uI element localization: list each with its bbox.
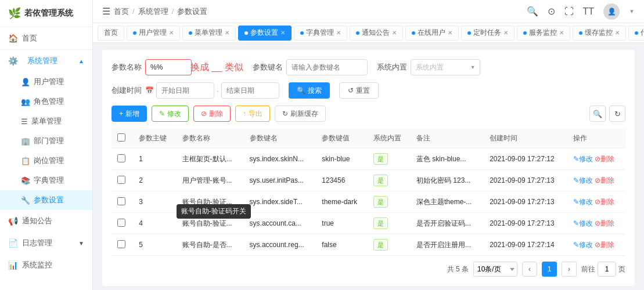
- edit-link-5[interactable]: ✎修改: [573, 241, 593, 249]
- tab-scheduled-task[interactable]: 定时任务 ✕: [461, 26, 515, 41]
- param-key-input[interactable]: [286, 59, 368, 75]
- tab-notice[interactable]: 通知公告 ✕: [350, 26, 403, 41]
- date-end-input[interactable]: [221, 82, 279, 99]
- row-checkbox-2[interactable]: [117, 176, 125, 184]
- tab-online-user-label: 在线用户: [418, 28, 445, 38]
- tab-user-manage-close[interactable]: ✕: [169, 30, 174, 36]
- tab-dict-manage[interactable]: 字典管理 ✕: [294, 26, 347, 41]
- add-icon: +: [119, 110, 123, 118]
- edit-button[interactable]: ✎ 修改: [152, 106, 189, 122]
- tab-online-user[interactable]: 在线用户 ✕: [405, 26, 459, 41]
- page-1-button[interactable]: 1: [542, 262, 557, 277]
- delete-link-1[interactable]: ⊘删除: [595, 155, 614, 163]
- search-button[interactable]: 🔍 搜索: [289, 82, 330, 99]
- tab-param-settings-close[interactable]: ✕: [280, 30, 285, 36]
- tab-service-monitor-close[interactable]: ✕: [559, 30, 564, 36]
- delete-link-2[interactable]: ⊘删除: [595, 176, 614, 184]
- param-key-label: 参数键名: [253, 62, 283, 72]
- sys-content-select[interactable]: 系统内置 是 否: [411, 59, 480, 75]
- page-size-select[interactable]: 10条/页 20条/页 50条/页 100条/页: [473, 262, 517, 277]
- sidebar-group-sys[interactable]: ⚙️ 系统管理 ▲: [0, 50, 92, 72]
- delete-icon: ⊘: [201, 110, 207, 118]
- tab-service-monitor[interactable]: 服务监控 ✕: [517, 26, 570, 41]
- export-button[interactable]: ↑ 导出: [235, 106, 270, 122]
- delete-link-3[interactable]: ⊘删除: [595, 198, 614, 206]
- tab-cache-monitor[interactable]: 缓存监控 ✕: [573, 26, 626, 41]
- delete-link-5[interactable]: ⊘删除: [595, 241, 614, 249]
- sidebar-sub-label-menu: 菜单管理: [31, 116, 62, 126]
- tab-dict-manage-close[interactable]: ✕: [336, 30, 341, 36]
- prev-page-button[interactable]: ‹: [522, 262, 537, 277]
- tab-home[interactable]: 首页: [98, 26, 124, 41]
- topbar-left: ☰ 首页 / 系统管理 / 参数设置: [102, 6, 207, 17]
- sidebar-sub-item-user[interactable]: 👤 用户管理: [0, 72, 92, 92]
- tab-menu-manage[interactable]: 菜单管理 ✕: [182, 26, 236, 41]
- delete-button[interactable]: ⊘ 删除: [193, 106, 231, 122]
- table-search-button[interactable]: 🔍: [589, 106, 606, 122]
- row-checkbox-1[interactable]: [117, 154, 125, 162]
- tab-code-gen[interactable]: 代码生成 ✕: [628, 26, 644, 41]
- github-icon[interactable]: ⊙: [548, 6, 555, 17]
- avatar[interactable]: 👤: [603, 3, 620, 20]
- row-checkbox-4[interactable]: [117, 219, 125, 227]
- sidebar-sub-item-role[interactable]: 👥 角色管理: [0, 92, 92, 111]
- col-id: 参数主键: [133, 129, 176, 148]
- sidebar-item-log[interactable]: 📄 日志管理 ▼: [0, 232, 92, 254]
- add-button[interactable]: + 新增: [111, 106, 147, 122]
- sidebar-sub-item-param[interactable]: 🔧 参数设置: [0, 190, 92, 210]
- tab-online-user-close[interactable]: ✕: [448, 30, 452, 36]
- param-name-input[interactable]: [145, 59, 192, 75]
- cell-remark-3: 深色主题theme-...: [411, 191, 484, 213]
- sidebar-item-label-sys-monitor: 系统监控: [22, 260, 52, 270]
- user-dropdown-icon[interactable]: ▼: [629, 8, 635, 14]
- tab-cache-monitor-label: 缓存监控: [585, 28, 613, 38]
- sidebar-item-home[interactable]: 🏠 首页: [0, 27, 92, 49]
- hamburger-icon[interactable]: ☰: [102, 6, 110, 17]
- tab-scheduled-task-close[interactable]: ✕: [503, 30, 508, 36]
- edit-link-3[interactable]: ✎修改: [573, 198, 593, 206]
- cell-action-1: ✎修改 ⊘删除: [567, 148, 625, 170]
- cell-key-3: sys.index.sideT...: [244, 191, 316, 213]
- select-all-checkbox[interactable]: [117, 133, 125, 142]
- tab-cache-monitor-close[interactable]: ✕: [615, 30, 620, 36]
- sidebar-sub-item-post[interactable]: 📋 岗位管理: [0, 151, 92, 171]
- sidebar-sub-item-dept[interactable]: 🏢 部门管理: [0, 131, 92, 151]
- cell-action-4: ✎修改 ⊘删除: [567, 213, 625, 234]
- breadcrumb-sys[interactable]: 系统管理: [138, 6, 168, 17]
- tab-dot: [635, 31, 638, 35]
- tab-notice-close[interactable]: ✕: [392, 30, 397, 36]
- tab-user-manage-label: 用户管理: [139, 28, 167, 38]
- sidebar: 🌿 若依管理系统 🏠 首页 ⚙️ 系统管理 ▲ 👤 用户管理 👥 角色管理 ☰ …: [0, 0, 93, 290]
- sidebar-sub-item-menu[interactable]: ☰ 菜单管理: [0, 111, 92, 131]
- next-page-button[interactable]: ›: [562, 262, 577, 277]
- breadcrumb-home[interactable]: 首页: [114, 6, 129, 17]
- refresh-cache-button[interactable]: ↻ 刷新缓存: [275, 106, 326, 122]
- calendar-icon: 📅: [145, 86, 154, 95]
- reset-button[interactable]: ↺ 重置: [339, 82, 379, 99]
- search-icon[interactable]: 🔍: [527, 6, 538, 17]
- font-size-icon[interactable]: TT: [583, 6, 595, 17]
- edit-link-2[interactable]: ✎修改: [573, 176, 593, 184]
- edit-link-1[interactable]: ✎修改: [573, 155, 593, 163]
- table-row: 3 账号自助-验证... 账号自助-验证码开关 sys.index.sideT.…: [111, 191, 625, 213]
- reset-btn-icon: ↺: [348, 86, 354, 95]
- tab-menu-manage-close[interactable]: ✕: [225, 30, 229, 36]
- date-start-input[interactable]: [156, 82, 214, 99]
- cell-action-5: ✎修改 ⊘删除: [567, 234, 625, 256]
- col-name: 参数名称: [177, 129, 244, 148]
- fullscreen-icon[interactable]: ⛶: [564, 6, 574, 17]
- page-jump-input[interactable]: [598, 262, 616, 277]
- sidebar-item-sys-monitor[interactable]: 📊 系统监控: [0, 254, 92, 276]
- main-area: ☰ 首页 / 系统管理 / 参数设置 🔍 ⊙ ⛶ TT 👤 ▼ 首页 用户管理 …: [93, 0, 644, 290]
- sidebar-item-notice[interactable]: 📢 通知公告: [0, 210, 92, 232]
- tab-param-settings[interactable]: 参数设置 ✕: [238, 26, 292, 41]
- row-checkbox-3[interactable]: [117, 197, 125, 205]
- edit-link-4[interactable]: ✎修改: [573, 219, 593, 227]
- tab-user-manage[interactable]: 用户管理 ✕: [127, 26, 180, 41]
- table-refresh-button[interactable]: ↻: [609, 106, 625, 122]
- total-suffix: 条: [462, 265, 469, 273]
- sidebar-sub-item-dict[interactable]: 📚 字典管理: [0, 171, 92, 190]
- dept-icon: 🏢: [21, 137, 30, 146]
- row-checkbox-5[interactable]: [117, 240, 125, 248]
- delete-link-4[interactable]: ⊘删除: [595, 219, 614, 227]
